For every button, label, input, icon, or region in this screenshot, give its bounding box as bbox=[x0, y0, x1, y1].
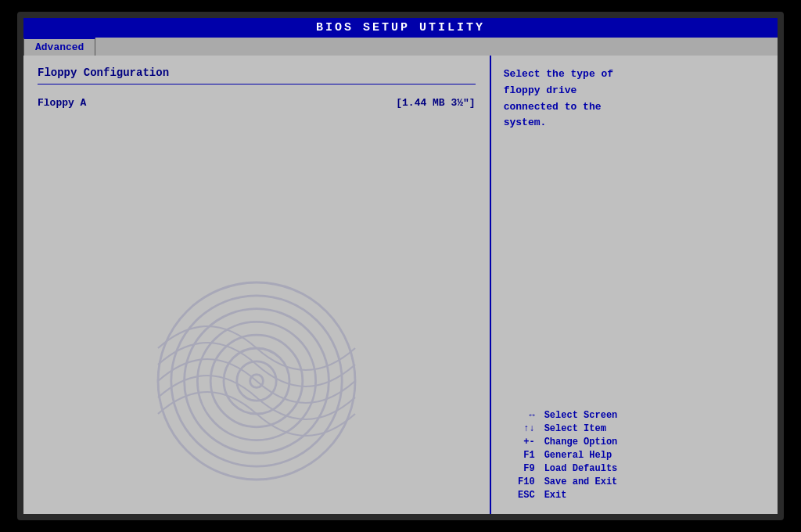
key-row-select-screen: ↔ Select Screen bbox=[504, 410, 765, 421]
key-desc-load-defaults: Load Defaults bbox=[544, 463, 618, 474]
key-row-select-item: ↑↓ Select Item bbox=[504, 423, 765, 434]
key-row-f9: F9 Load Defaults bbox=[504, 463, 765, 474]
monitor-frame: BIOS SETUP UTILITY Advanced Floppy Confi… bbox=[17, 12, 784, 520]
key-symbol-plusminus: +- bbox=[504, 437, 535, 448]
key-row-esc: ESC Exit bbox=[504, 490, 765, 501]
help-text: Select the type offloppy driveconnected … bbox=[504, 66, 765, 131]
fingerprint-watermark bbox=[147, 271, 366, 491]
section-divider bbox=[38, 84, 476, 84]
key-symbol-arrows-ud: ↑↓ bbox=[504, 423, 535, 434]
key-desc-general-help: General Help bbox=[544, 450, 612, 461]
key-symbol-f10: F10 bbox=[504, 476, 535, 487]
key-symbol-arrows-lr: ↔ bbox=[504, 410, 535, 421]
key-help: ↔ Select Screen ↑↓ Select Item +- Change… bbox=[504, 410, 765, 503]
key-symbol-f9: F9 bbox=[504, 463, 535, 474]
key-symbol-esc: ESC bbox=[504, 490, 535, 501]
key-desc-change-option: Change Option bbox=[544, 437, 618, 448]
key-desc-select-item: Select Item bbox=[544, 423, 606, 434]
floppy-a-row[interactable]: Floppy A [1.44 MB 3½"] bbox=[38, 94, 476, 112]
key-desc-save-exit: Save and Exit bbox=[544, 476, 618, 487]
key-row-f10: F10 Save and Exit bbox=[504, 476, 765, 487]
key-symbol-f1: F1 bbox=[504, 450, 535, 461]
tab-bar: Advanced bbox=[23, 38, 778, 56]
floppy-a-label: Floppy A bbox=[38, 97, 86, 109]
key-row-f1: F1 General Help bbox=[504, 450, 765, 461]
main-content: Floppy Configuration Floppy A [1.44 MB 3… bbox=[23, 56, 778, 514]
bios-title: BIOS SETUP UTILITY bbox=[23, 18, 778, 38]
section-title: Floppy Configuration bbox=[38, 66, 476, 79]
right-panel: Select the type offloppy driveconnected … bbox=[491, 56, 778, 514]
key-desc-select-screen: Select Screen bbox=[544, 410, 618, 421]
tab-advanced[interactable]: Advanced bbox=[23, 38, 95, 56]
left-panel: Floppy Configuration Floppy A [1.44 MB 3… bbox=[23, 56, 491, 514]
floppy-a-value: [1.44 MB 3½"] bbox=[396, 97, 475, 109]
key-row-change-option: +- Change Option bbox=[504, 437, 765, 448]
key-desc-exit: Exit bbox=[544, 490, 567, 501]
